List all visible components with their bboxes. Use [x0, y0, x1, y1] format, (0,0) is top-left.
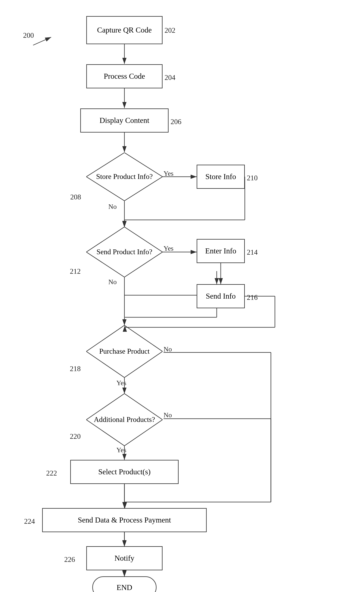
- select-products-box: Select Product(s): [70, 460, 179, 484]
- additional-products-label: Additional Products?: [86, 394, 162, 446]
- send-info-box: Send Info: [197, 284, 245, 308]
- ref-208: 208: [70, 193, 81, 201]
- purchase-no-label: No: [163, 345, 172, 353]
- ref-220: 220: [70, 432, 81, 441]
- ref-204: 204: [164, 73, 175, 82]
- process-code-box: Process Code: [86, 64, 162, 88]
- ref-226: 226: [64, 555, 75, 564]
- send-yes-label: Yes: [163, 245, 173, 252]
- purchase-yes-label: Yes: [116, 379, 126, 387]
- ref-216: 216: [247, 293, 258, 302]
- store-no-label: No: [108, 203, 117, 210]
- ref-206: 206: [170, 118, 181, 126]
- send-data-box: Send Data & Process Payment: [42, 508, 207, 532]
- send-no-label: No: [108, 278, 117, 286]
- ref-214: 214: [247, 248, 258, 257]
- additional-yes-label: Yes: [116, 446, 126, 454]
- ref-212: 212: [70, 267, 81, 276]
- end-box: END: [92, 576, 156, 592]
- display-content-box: Display Content: [80, 108, 169, 132]
- notify-box: Notify: [86, 546, 162, 570]
- send-product-label: Send Product Info?: [86, 227, 162, 277]
- ref-224: 224: [24, 517, 35, 526]
- capture-qr-box: Capture QR Code: [86, 16, 162, 44]
- ref-202: 202: [164, 26, 175, 34]
- svg-line-27: [33, 37, 51, 45]
- ref-218: 218: [70, 364, 81, 373]
- store-info-box: Store Info: [197, 165, 245, 189]
- enter-info-box: Enter Info: [197, 239, 245, 263]
- additional-no-label: No: [163, 411, 172, 419]
- ref-222: 222: [46, 469, 57, 477]
- store-yes-label: Yes: [163, 170, 173, 177]
- store-product-label: Store Product Info?: [86, 153, 162, 201]
- ref-210: 210: [247, 174, 258, 182]
- purchase-product-label: Purchase Product: [86, 325, 162, 378]
